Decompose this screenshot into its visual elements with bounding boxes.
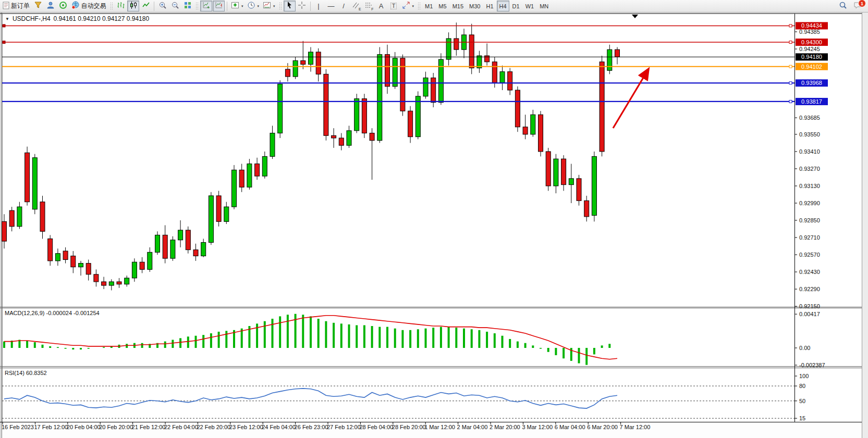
candle	[370, 133, 374, 141]
signal-button[interactable]	[57, 1, 69, 11]
toolbar-grip	[195, 2, 198, 10]
svg-text:0.00417: 0.00417	[799, 311, 820, 317]
timeframe-m5-button[interactable]: M5	[436, 1, 449, 11]
candle	[531, 115, 535, 134]
bar-chart-icon	[117, 1, 125, 11]
chart-shift-icon	[215, 1, 223, 11]
svg-text:6 Mar 04:00: 6 Mar 04:00	[555, 424, 585, 430]
chart-shift-button[interactable]	[213, 1, 225, 11]
svg-text:24 Feb 04:00: 24 Feb 04:00	[262, 424, 296, 430]
dropdown-caret-icon: ▾	[412, 4, 414, 8]
auto-trading-button[interactable]: 自动交易	[69, 1, 108, 11]
arrows-tool-button[interactable]: ▾	[400, 1, 416, 11]
zoom-in-button[interactable]	[156, 1, 168, 11]
candle	[385, 55, 390, 86]
svg-text:22 Feb 20:00: 22 Feb 20:00	[197, 424, 230, 430]
dropdown-caret-icon: ▾	[241, 4, 243, 8]
chart-area[interactable]: 0.943850.942450.936850.935500.934100.932…	[0, 12, 868, 438]
candle	[71, 256, 76, 267]
new-order-button[interactable]: 新订单	[1, 1, 31, 11]
fibonacci-tool-button[interactable]: F	[363, 1, 375, 11]
channel-letter: E	[359, 7, 361, 11]
timeframe-h4-button[interactable]: H4	[497, 1, 509, 11]
svg-text:2 Mar 04:00: 2 Mar 04:00	[457, 424, 488, 430]
candle	[539, 115, 543, 152]
funnel-button[interactable]	[32, 1, 44, 11]
search-button[interactable]	[837, 1, 849, 11]
price-label-0.94434: 0.94434	[796, 22, 828, 29]
candle	[523, 127, 528, 134]
label-tool-button[interactable]: T	[388, 1, 400, 11]
svg-text:1 Mar 12:00: 1 Mar 12:00	[424, 424, 455, 430]
candle	[423, 78, 428, 96]
svg-text:100: 100	[799, 373, 809, 379]
trendline-icon: /	[343, 3, 345, 9]
candlestick-chart-button[interactable]	[127, 1, 139, 11]
zoom-out-button[interactable]	[169, 1, 181, 11]
macd-indicator-label: MACD(12,26,9) -0.000024 -0.001254	[5, 310, 100, 316]
notifications-button[interactable]: 1	[852, 1, 864, 11]
cursor-arrow-icon	[285, 1, 294, 11]
candle	[9, 210, 14, 227]
svg-text:0.93968: 0.93968	[801, 80, 822, 86]
vertical-line-tool-button[interactable]: |	[313, 1, 325, 11]
timeframe-w1-button[interactable]: W1	[523, 1, 537, 11]
timeframe-h1-button[interactable]: H1	[483, 1, 496, 11]
candle	[178, 230, 183, 240]
timeframe-d1-button[interactable]: D1	[510, 1, 522, 11]
price-label-0.94102: 0.94102	[796, 63, 828, 70]
cursor-button[interactable]	[284, 1, 296, 11]
candle	[615, 49, 620, 57]
bar-chart-button[interactable]	[115, 1, 127, 11]
crosshair-button[interactable]	[296, 1, 308, 11]
candle	[492, 62, 497, 83]
chart-header: ▼ USDCHF-,H4 0.94161 0.94210 0.94127 0.9…	[5, 15, 149, 22]
tile-windows-button[interactable]	[181, 1, 193, 11]
timeframe-mn-button[interactable]: MN	[537, 1, 551, 11]
svg-text:0.94102: 0.94102	[801, 64, 822, 70]
candle	[163, 235, 167, 258]
svg-text:16 Feb 2023: 16 Feb 2023	[2, 424, 34, 430]
candle	[155, 235, 160, 252]
svg-text:0.94434: 0.94434	[801, 22, 822, 29]
rsi-indicator-label: RSI(14) 60.8352	[5, 370, 47, 376]
svg-text:80: 80	[799, 383, 805, 389]
channel-tool-button[interactable]: E	[350, 1, 362, 11]
candle	[94, 274, 99, 282]
trendline-tool-button[interactable]: /	[338, 1, 350, 11]
candle	[117, 282, 121, 284]
periods-button[interactable]: ▾	[246, 1, 261, 11]
timeframe-m1-button[interactable]: M1	[422, 1, 435, 11]
timeframe-m30-button[interactable]: M30	[467, 1, 483, 11]
candle	[309, 52, 313, 65]
text-tool-button[interactable]: A	[375, 1, 387, 11]
candle	[17, 207, 22, 227]
indicators-button[interactable]: ▾	[229, 1, 245, 11]
svg-text:28 Feb 20:00: 28 Feb 20:00	[392, 424, 426, 430]
candle	[500, 72, 505, 83]
templates-button[interactable]: ▾	[261, 1, 277, 11]
candle	[293, 60, 298, 77]
candlestick-chart-icon	[129, 1, 138, 11]
candle	[278, 84, 283, 133]
candle	[431, 78, 436, 102]
price-label-0.93968: 0.93968	[796, 79, 828, 86]
profile-button[interactable]	[44, 1, 56, 11]
line-chart-button[interactable]	[140, 1, 152, 11]
scroll-group	[200, 1, 225, 11]
candle	[132, 262, 137, 278]
symbol-dropdown-caret[interactable]: ▼	[5, 17, 9, 21]
svg-text:0.92570: 0.92570	[799, 252, 820, 258]
bid-price-label: 0.94180	[796, 53, 828, 60]
toolbar-grip	[418, 2, 420, 10]
zoom-in-icon	[158, 1, 167, 11]
auto-scroll-button[interactable]	[200, 1, 212, 11]
timeframe-m15-button[interactable]: M15	[450, 1, 466, 11]
candle	[216, 196, 221, 222]
svg-text:15: 15	[799, 415, 805, 421]
horizontal-line-tool-button[interactable]: —	[325, 1, 337, 11]
candle	[186, 230, 190, 250]
svg-text:20 Feb 04:00: 20 Feb 04:00	[67, 424, 101, 430]
candle	[546, 152, 551, 186]
candle	[377, 55, 382, 141]
